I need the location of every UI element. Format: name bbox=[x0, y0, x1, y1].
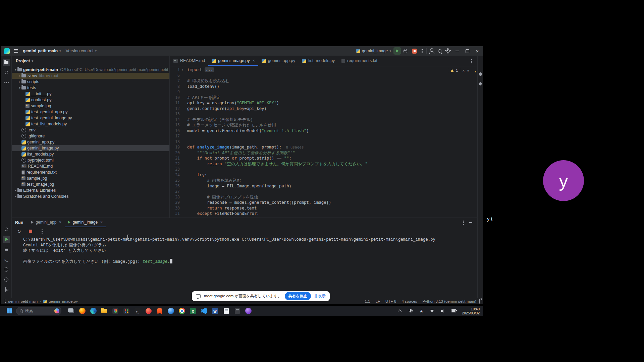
debug-button[interactable] bbox=[401, 47, 410, 55]
stop-button[interactable] bbox=[410, 47, 419, 55]
tab-options-icon[interactable] bbox=[468, 58, 475, 64]
status-python-3-13-gemini-petit-main-[interactable]: Python 3.13 (gemini-petit-main) bbox=[423, 299, 476, 303]
run-icon[interactable] bbox=[3, 236, 10, 243]
commit-icon[interactable] bbox=[3, 226, 10, 233]
start-button[interactable] bbox=[5, 307, 13, 315]
ime-indicator[interactable]: A bbox=[417, 307, 426, 315]
tree-item-gemini_app.py[interactable]: gemini_app.py bbox=[12, 139, 169, 145]
tray-chevron-up-icon[interactable] bbox=[395, 307, 404, 315]
clock[interactable]: 10:40 2025/03/02 bbox=[462, 307, 480, 315]
chrome-icon[interactable] bbox=[177, 307, 186, 315]
edge-icon[interactable] bbox=[89, 307, 98, 315]
explorer-icon[interactable] bbox=[100, 307, 109, 315]
breadcrumb-file[interactable]: gemini_image.py bbox=[49, 299, 78, 303]
tree-item-test_list_models.py[interactable]: test_list_models.py bbox=[12, 121, 169, 127]
code-line[interactable]: 31 except FileNotFoundError: bbox=[170, 211, 477, 217]
run-panel-options-icon[interactable] bbox=[460, 219, 467, 226]
close-tab-icon[interactable]: × bbox=[100, 220, 103, 225]
taskbar-search[interactable]: 検索 bbox=[16, 307, 61, 315]
minimize-button[interactable] bbox=[452, 47, 462, 56]
task-view-icon[interactable] bbox=[67, 307, 75, 315]
settings-button[interactable] bbox=[444, 47, 452, 55]
problems-icon[interactable] bbox=[3, 276, 10, 283]
maximize-button[interactable] bbox=[462, 47, 472, 56]
project-widget[interactable]: gemini-petit-main ▾ bbox=[20, 47, 63, 55]
fold-arrow-icon[interactable]: › bbox=[180, 67, 185, 73]
code-line[interactable]: 16 model = genai.GenerativeModel("gemini… bbox=[170, 128, 477, 134]
tree-item-.venv[interactable]: ▸.venvlibrary root bbox=[12, 73, 169, 79]
tree-item-pyproject.toml[interactable]: pyproject.toml bbox=[12, 157, 169, 163]
close-tab-icon[interactable]: × bbox=[253, 58, 255, 63]
chevron-down-icon[interactable]: ▾ bbox=[18, 86, 21, 89]
code-line[interactable]: 19 def analyze_image(image_path, prompt)… bbox=[170, 144, 477, 150]
inspections-widget[interactable]: 1 ∧ ∨ bbox=[448, 68, 471, 73]
office-icon[interactable] bbox=[122, 307, 131, 315]
debug-icon[interactable] bbox=[3, 266, 10, 273]
editor-tab-README.md[interactable]: README.md bbox=[170, 56, 208, 66]
prev-issue-icon[interactable]: ∧ bbox=[462, 69, 465, 72]
editor-tab-list_models.py[interactable]: list_models.py bbox=[299, 56, 338, 66]
code-line[interactable]: 21 if not prompt or prompt.strip() == ""… bbox=[170, 156, 477, 161]
project-icon[interactable] bbox=[3, 59, 10, 66]
terminal-icon[interactable] bbox=[133, 307, 142, 315]
word-icon[interactable] bbox=[211, 307, 219, 315]
battery-icon[interactable] bbox=[449, 307, 458, 315]
editor-tab-gemini_image.py[interactable]: gemini_image.py× bbox=[208, 56, 258, 66]
photos-icon[interactable] bbox=[111, 307, 120, 315]
code-line[interactable]: 27 bbox=[170, 189, 477, 194]
code-line[interactable]: 14 # モデルの設定（画像対応モデル） bbox=[170, 117, 477, 123]
code-line[interactable]: 7 # 環境変数を読み込む bbox=[170, 78, 477, 84]
tree-item-test_gemini_image.py[interactable]: test_gemini_image.py bbox=[12, 115, 169, 121]
status-lf[interactable]: LF bbox=[376, 299, 380, 303]
status-1-1[interactable]: 1:1 bbox=[365, 299, 370, 303]
tree-item-sample.jpg[interactable]: sample.jpg bbox=[12, 175, 169, 181]
calculator-icon[interactable] bbox=[233, 307, 241, 315]
tree-item-requirements.txt[interactable]: requirements.txt bbox=[12, 169, 169, 175]
status-4-spaces[interactable]: 4 spaces bbox=[402, 299, 417, 303]
terminal-icon[interactable] bbox=[3, 256, 10, 263]
chevron-down-icon[interactable]: ▾ bbox=[14, 68, 17, 71]
commit-icon[interactable] bbox=[3, 69, 10, 76]
code-line[interactable]: 1›import ... bbox=[170, 67, 477, 73]
project-panel-header[interactable]: Project ▾ bbox=[12, 56, 169, 66]
brave-icon[interactable] bbox=[155, 307, 164, 315]
stop-sharing-button[interactable]: 共有を停止 bbox=[285, 292, 311, 300]
code-line[interactable]: 26 image = PIL.Image.open(image_path) bbox=[170, 183, 477, 189]
editor-tab-requirements.txt[interactable]: requirements.txt bbox=[338, 56, 381, 66]
globe-icon[interactable] bbox=[166, 307, 175, 315]
chevron-right-icon[interactable]: ▸ bbox=[14, 189, 17, 192]
tree-item-__init__.py[interactable]: __init__.py bbox=[12, 91, 169, 97]
hide-tool-window-icon[interactable] bbox=[467, 219, 474, 226]
gemini-icon[interactable] bbox=[244, 307, 253, 315]
code-line[interactable]: 13 bbox=[170, 111, 477, 117]
more-icon[interactable] bbox=[3, 79, 10, 86]
search-everywhere-button[interactable] bbox=[436, 47, 444, 55]
code-line[interactable]: 30 return response.text bbox=[170, 205, 477, 211]
tree-item-Scratches and Consoles[interactable]: ▸Scratches and Consoles bbox=[12, 193, 169, 199]
breadcrumb-project[interactable]: gemini-petit-main bbox=[8, 299, 38, 303]
tool-windows-icon[interactable] bbox=[5, 299, 5, 303]
code-line[interactable]: 6 bbox=[170, 73, 477, 78]
close-button[interactable]: × bbox=[472, 47, 482, 56]
vcs-widget[interactable]: Version control ▾ bbox=[63, 47, 99, 55]
code-line[interactable]: 24 try: bbox=[170, 172, 477, 178]
code-line[interactable]: 28 # 画像とプロンプトを送信 bbox=[170, 194, 477, 200]
chevron-right-icon[interactable]: ▸ bbox=[18, 74, 21, 77]
notepad-icon[interactable] bbox=[222, 307, 230, 315]
tree-item-scripts[interactable]: ▸scripts bbox=[12, 79, 169, 85]
tree-item-External Libraries[interactable]: ▸External Libraries bbox=[12, 187, 169, 193]
code-line[interactable]: 12 genai.configure(api_key=api_key) bbox=[170, 106, 477, 112]
run-tab-gemini_app[interactable]: gemini_app× bbox=[28, 218, 65, 227]
lock-icon[interactable] bbox=[479, 299, 480, 303]
code-line[interactable]: 29 response = model.generate_content([pr… bbox=[170, 200, 477, 205]
volume-icon[interactable] bbox=[438, 307, 447, 315]
rerun-icon[interactable]: ↻ bbox=[16, 228, 22, 235]
branch-icon[interactable] bbox=[3, 286, 10, 293]
code-line[interactable]: 23 bbox=[170, 167, 477, 172]
console-options-icon[interactable] bbox=[39, 228, 45, 235]
code-line[interactable]: 18 bbox=[170, 139, 477, 145]
firefox-icon[interactable] bbox=[78, 307, 87, 315]
code-line[interactable]: 22 return "空の入力は処理できません。何か質問やプロンプトを入力してく… bbox=[170, 161, 477, 167]
mic-icon[interactable] bbox=[406, 307, 415, 315]
code-line[interactable]: 15 # エラーメッセージで確認されたモデルを使用 bbox=[170, 122, 477, 128]
